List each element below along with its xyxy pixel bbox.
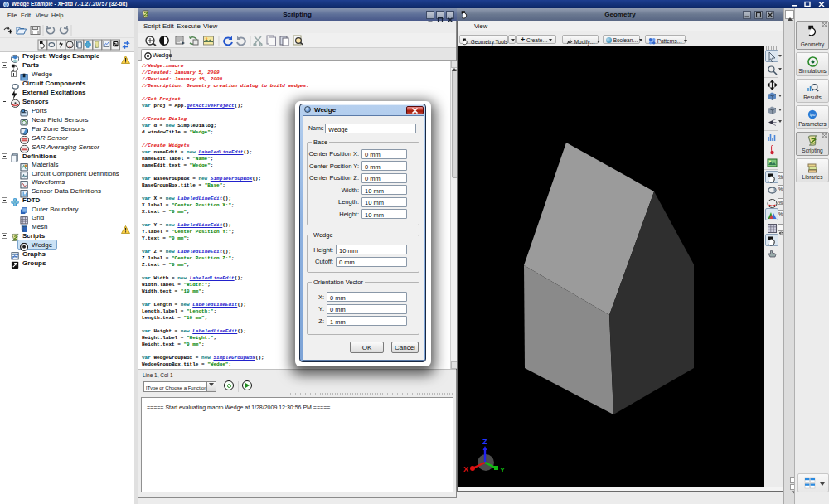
- svg-text:X: X: [463, 465, 468, 473]
- svg-text:tpo: tpo: [810, 113, 816, 117]
- svg-text:Z: Z: [482, 438, 487, 446]
- svg-text:Y: Y: [500, 466, 505, 474]
